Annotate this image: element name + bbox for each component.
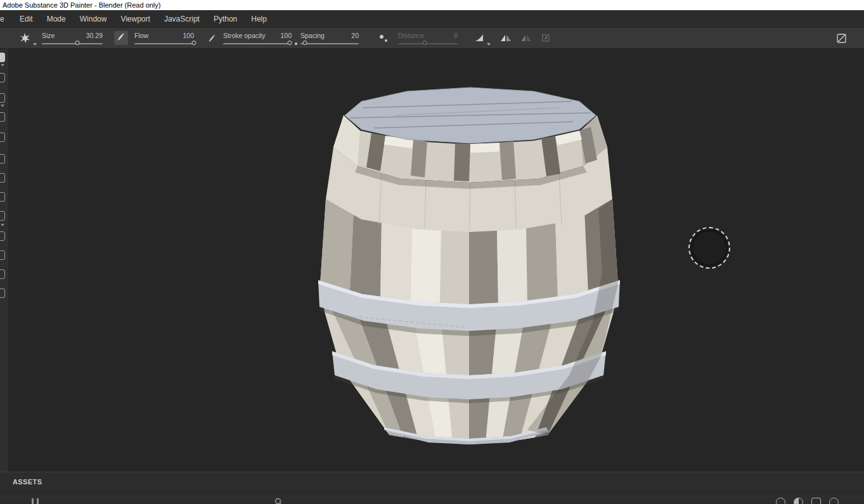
menu-item-python[interactable]: Python <box>207 15 244 23</box>
brush-stamp-icon[interactable] <box>18 31 32 45</box>
tool-clone-icon[interactable] <box>0 154 5 164</box>
stroke-opacity-value[interactable]: 100 <box>280 32 292 39</box>
work-area <box>0 49 864 472</box>
search-icon[interactable] <box>274 497 283 504</box>
tool-text-icon[interactable] <box>0 288 5 298</box>
tool-path-icon[interactable] <box>0 250 5 260</box>
tool-particles-icon[interactable] <box>0 231 5 241</box>
stroke-opacity-slider-knob[interactable] <box>287 41 292 45</box>
brush-cursor-inner-ring <box>691 229 728 266</box>
spacing-label: Spacing <box>300 32 325 39</box>
tool-material-picker-icon[interactable] <box>0 173 5 183</box>
opacity-brush-tip-icon[interactable] <box>207 33 217 43</box>
tool-polygon-fill-icon[interactable] <box>0 112 5 122</box>
flow-brush-toggle-button[interactable] <box>114 31 128 45</box>
spacing-marker-dot <box>295 42 297 45</box>
flow-slider-group: Flow 100 <box>134 32 194 44</box>
stroke-opacity-slider[interactable] <box>223 43 292 44</box>
brush-options-toolbar: Size 30.29 Flow 100 Stroke opacity 100 <box>0 28 864 49</box>
spacing-slider-knob[interactable] <box>303 41 307 45</box>
assets-sidebar-fragment-2[interactable] <box>37 498 39 504</box>
assets-panel-header: ASSETS <box>0 472 864 492</box>
tool-paint-icon[interactable] <box>0 53 5 62</box>
menu-item-help[interactable]: Help <box>244 15 274 23</box>
tool-chevron-down-icon[interactable] <box>1 64 4 67</box>
window-title: Adobe Substance 3D Painter - Blender (Re… <box>3 1 160 9</box>
tool-eraser-icon[interactable] <box>0 73 5 82</box>
menu-item-viewport[interactable]: Viewport <box>113 15 157 23</box>
stroke-opacity-slider-group: Stroke opacity 100 <box>223 32 292 44</box>
assets-toolbar-partial <box>0 492 864 503</box>
tool-chevron-down-icon-2[interactable] <box>1 105 4 107</box>
menu-item-window[interactable]: Window <box>73 15 114 23</box>
barrel-model <box>318 82 620 445</box>
stroke-opacity-label: Stroke opacity <box>223 32 266 39</box>
menu-item-mode[interactable]: Mode <box>40 15 73 23</box>
spacing-value[interactable]: 20 <box>351 32 359 39</box>
tool-chevron-down-icon-3[interactable] <box>1 224 4 226</box>
tool-geometry-mask-icon[interactable] <box>0 192 5 202</box>
symmetry-icon[interactable] <box>500 32 512 44</box>
window-title-bar: Adobe Substance 3D Painter - Blender (Re… <box>0 0 864 10</box>
brush-cursor <box>688 227 730 269</box>
brush-stamp-chevron-down-icon[interactable] <box>33 43 37 46</box>
distance-slider-group: Distance 8 <box>398 32 458 44</box>
asset-filter-textures-icon[interactable] <box>811 498 821 504</box>
tool-projection-icon[interactable] <box>0 93 5 103</box>
asset-filter-all-icon[interactable] <box>776 498 785 504</box>
flow-label: Flow <box>134 32 148 39</box>
assets-panel-title: ASSETS <box>13 478 42 486</box>
viewport-display-icon[interactable] <box>835 32 848 44</box>
spacing-slider-group: Spacing 20 <box>300 32 359 44</box>
viewport-3d[interactable] <box>9 49 864 472</box>
asset-filter-materials-icon[interactable] <box>794 498 803 504</box>
transform-icon[interactable] <box>540 32 551 44</box>
brush-tip-icon <box>117 32 126 44</box>
distance-value: 8 <box>454 32 458 39</box>
left-tool-strip <box>0 49 9 472</box>
tool-effects-icon[interactable] <box>0 211 5 221</box>
tool-smudge-icon[interactable] <box>0 132 5 142</box>
asset-filter-environments-icon[interactable] <box>829 498 839 504</box>
distance-slider <box>398 43 458 44</box>
falloff-icon[interactable] <box>473 32 486 44</box>
size-label: Size <box>42 32 55 39</box>
flow-slider[interactable] <box>134 43 194 44</box>
distance-label: Distance <box>398 32 424 39</box>
size-slider-group: Size 30.29 <box>42 32 103 44</box>
flow-value[interactable]: 100 <box>183 32 194 39</box>
symmetry-alt-icon[interactable] <box>520 32 532 44</box>
size-slider[interactable] <box>42 43 103 44</box>
menu-item-edit[interactable]: Edit <box>13 15 40 23</box>
assets-sidebar-fragment[interactable] <box>32 498 34 504</box>
menu-bar: e Edit Mode Window Viewport JavaScript P… <box>0 10 864 28</box>
stroke-spacing-icon[interactable] <box>378 32 389 44</box>
size-slider-knob[interactable] <box>75 41 79 45</box>
assets-panel: ASSETS <box>0 472 864 503</box>
menu-item-clipped[interactable]: e <box>0 15 5 23</box>
flow-slider-knob[interactable] <box>192 41 197 45</box>
tool-shape-icon[interactable] <box>0 269 5 279</box>
menu-item-javascript[interactable]: JavaScript <box>157 15 207 23</box>
size-value[interactable]: 30.29 <box>86 32 103 39</box>
distance-slider-knob <box>423 41 427 45</box>
spacing-slider[interactable] <box>300 43 359 44</box>
falloff-chevron-down-icon[interactable] <box>487 43 491 46</box>
